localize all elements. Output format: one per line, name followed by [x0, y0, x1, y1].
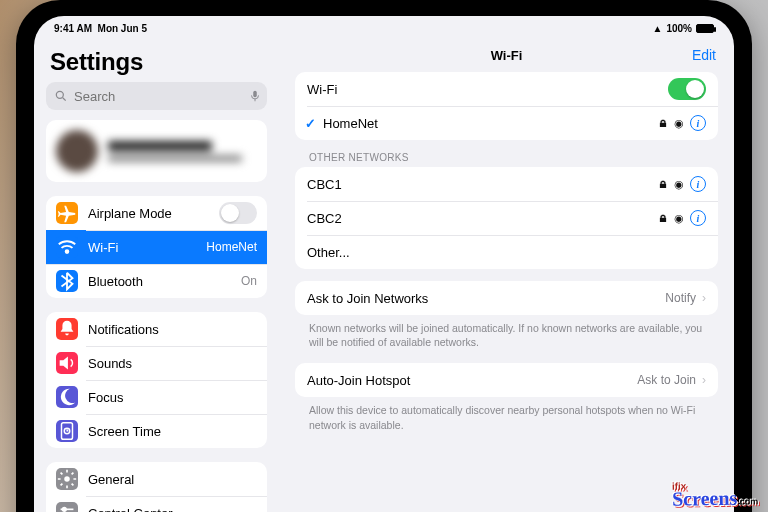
sidebar-item-notifications[interactable]: Notifications [46, 312, 267, 346]
notifications-label: Notifications [88, 322, 257, 337]
dictate-icon[interactable] [248, 89, 262, 103]
focus-icon [56, 386, 78, 408]
wifi-status-icon: ▲ [653, 23, 663, 34]
search-icon [54, 89, 68, 103]
control-label: Control Center [88, 506, 257, 513]
wifi-toggle[interactable] [668, 78, 706, 100]
connected-name: HomeNet [323, 116, 658, 131]
sidebar-item-wifi[interactable]: Wi-Fi HomeNet [46, 230, 267, 264]
signal-icon: ◉ [674, 212, 684, 225]
detail-title: Wi-Fi [491, 48, 523, 63]
connected-network-row[interactable]: ✓ HomeNet 🔒︎ ◉ i [295, 106, 718, 140]
settings-title: Settings [50, 48, 263, 76]
lock-icon: 🔒︎ [658, 213, 668, 224]
network-row[interactable]: CBC2 🔒︎◉i [295, 201, 718, 235]
auto-value: Ask to Join [637, 373, 696, 387]
sidebar-item-bluetooth[interactable]: Bluetooth On [46, 264, 267, 298]
network-row[interactable]: CBC1 🔒︎◉i [295, 167, 718, 201]
info-icon[interactable]: i [690, 210, 706, 226]
network-name: CBC2 [307, 211, 658, 226]
edit-button[interactable]: Edit [692, 47, 716, 63]
ask-label: Ask to Join Networks [307, 291, 665, 306]
svg-rect-2 [253, 91, 257, 97]
sidebar-item-airplane[interactable]: Airplane Mode [46, 196, 267, 230]
bluetooth-icon [56, 270, 78, 292]
battery-icon [696, 24, 714, 33]
general-icon [56, 468, 78, 490]
avatar [56, 130, 98, 172]
airplane-icon [56, 202, 78, 224]
wifi-label: Wi-Fi [88, 240, 206, 255]
other-networks-header: OTHER NETWORKS [309, 152, 718, 163]
control-icon [56, 502, 78, 512]
ask-value: Notify [665, 291, 696, 305]
airplane-label: Airplane Mode [88, 206, 219, 221]
sidebar-item-sounds[interactable]: Sounds [46, 346, 267, 380]
chevron-right-icon: › [702, 373, 706, 387]
sounds-label: Sounds [88, 356, 257, 371]
other-network-row[interactable]: Other... [295, 235, 718, 269]
search-input[interactable] [74, 89, 242, 104]
sounds-icon [56, 352, 78, 374]
lock-icon: 🔒︎ [658, 118, 668, 129]
auto-label: Auto-Join Hotspot [307, 373, 637, 388]
sidebar-item-focus[interactable]: Focus [46, 380, 267, 414]
svg-point-9 [62, 508, 66, 512]
search-field[interactable] [46, 82, 267, 110]
wifi-icon [56, 236, 78, 258]
signal-icon: ◉ [674, 178, 684, 191]
svg-line-1 [63, 98, 66, 101]
ask-desc: Known networks will be joined automatica… [309, 321, 714, 349]
wifi-master-row[interactable]: Wi-Fi [295, 72, 718, 106]
wifi-value: HomeNet [206, 240, 257, 254]
profile-card[interactable] [46, 120, 267, 182]
battery-percent: 100% [666, 23, 692, 34]
checkmark-icon: ✓ [305, 116, 319, 131]
other-label: Other... [307, 245, 706, 260]
bluetooth-label: Bluetooth [88, 274, 241, 289]
status-bar: 9:41 AM Mon Jun 5 ▲ 100% [34, 16, 734, 38]
screentime-icon [56, 420, 78, 442]
sidebar-item-control[interactable]: Control Center [46, 496, 267, 512]
signal-icon: ◉ [674, 117, 684, 130]
svg-point-7 [64, 476, 70, 482]
auto-desc: Allow this device to automatically disco… [309, 403, 714, 431]
status-time: 9:41 AM [54, 23, 92, 34]
network-name: CBC1 [307, 177, 658, 192]
sidebar-item-general[interactable]: General [46, 462, 267, 496]
bluetooth-value: On [241, 274, 257, 288]
notifications-icon [56, 318, 78, 340]
svg-point-4 [66, 250, 69, 253]
screentime-label: Screen Time [88, 424, 257, 439]
focus-label: Focus [88, 390, 257, 405]
svg-point-0 [56, 91, 63, 98]
watermark: ifixScreens.com [672, 479, 759, 510]
auto-join-row[interactable]: Auto-Join Hotspot Ask to Join› [295, 363, 718, 397]
ask-join-row[interactable]: Ask to Join Networks Notify› [295, 281, 718, 315]
status-date: Mon Jun 5 [98, 23, 147, 34]
lock-icon: 🔒︎ [658, 179, 668, 190]
chevron-right-icon: › [702, 291, 706, 305]
wifi-master-label: Wi-Fi [307, 82, 668, 97]
sidebar-item-screentime[interactable]: Screen Time [46, 414, 267, 448]
airplane-toggle[interactable] [219, 202, 257, 224]
info-icon[interactable]: i [690, 115, 706, 131]
info-icon[interactable]: i [690, 176, 706, 192]
general-label: General [88, 472, 257, 487]
